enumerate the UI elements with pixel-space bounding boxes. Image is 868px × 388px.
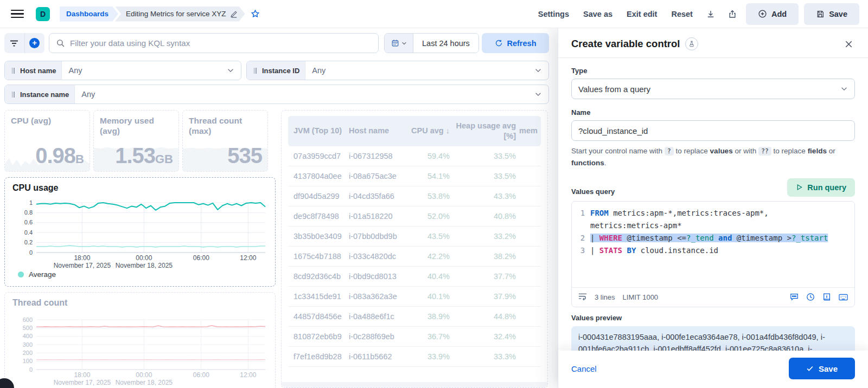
flyout-save-button[interactable]: Save bbox=[789, 358, 855, 379]
chevron-down-icon[interactable] bbox=[534, 90, 542, 98]
control-instance-id[interactable]: Instance ID Any bbox=[246, 61, 549, 80]
table-cell: 38.2% bbox=[453, 252, 516, 261]
settings-link[interactable]: Settings bbox=[534, 7, 573, 22]
values-preview-label: Values preview bbox=[571, 314, 855, 322]
panel-cpu-avg-metric[interactable]: CPU (avg) 0.98B bbox=[4, 110, 90, 172]
table-cell: 38.9% bbox=[409, 312, 450, 321]
svg-text:06:00: 06:00 bbox=[193, 254, 209, 262]
svg-text:600: 600 bbox=[23, 316, 33, 323]
exit-edit-link[interactable]: Exit edit bbox=[622, 7, 661, 22]
control-host-name[interactable]: Host name Any bbox=[4, 61, 241, 80]
add-button[interactable]: Add bbox=[746, 3, 799, 25]
table-cell: 33.9% bbox=[409, 352, 450, 361]
metric-value: 535 bbox=[227, 144, 262, 168]
table-row: de9c8f78498i-01a51822052.0%40.8% bbox=[288, 206, 541, 227]
panel-jvm-table[interactable]: JVM (Top 10) Host name CPU avg ↓ Heap us… bbox=[281, 110, 548, 388]
jvm-table-header: JVM (Top 10) Host name CPU avg ↓ Heap us… bbox=[288, 116, 541, 146]
table-cell: 810872eb6b9 bbox=[293, 332, 346, 341]
svg-text:300: 300 bbox=[23, 341, 33, 348]
line-count: 3 lines bbox=[595, 293, 615, 301]
esql-line-text: FROM metrics:apm-*,metrics:traces-apm*, … bbox=[590, 207, 835, 232]
esql-line[interactable]: 1FROM metrics:apm-*,metrics:traces-apm*,… bbox=[575, 207, 850, 232]
esql-line[interactable]: 3| STATS BY cloud.instance.id bbox=[575, 244, 850, 257]
svg-text:November 17, 2025: November 17, 2025 bbox=[54, 379, 111, 386]
download-icon[interactable] bbox=[703, 7, 719, 21]
add-filter-button[interactable]: + bbox=[24, 33, 45, 53]
table-row: 1c33415de91i-083a362a3e40.1%37.9% bbox=[288, 287, 541, 307]
column-header-jvm[interactable]: JVM (Top 10) bbox=[293, 126, 346, 136]
run-query-button[interactable]: Run query bbox=[787, 178, 855, 197]
chevron-down-icon[interactable] bbox=[227, 67, 234, 74]
type-select[interactable]: Values from a query bbox=[571, 79, 855, 99]
app-logo[interactable]: D bbox=[36, 7, 50, 21]
table-row: 1675c4b7188i-033c4820dc42.2%38.2% bbox=[288, 247, 541, 267]
column-header-mem[interactable]: mem bbox=[519, 126, 538, 136]
top-save-button[interactable]: Save bbox=[804, 3, 859, 25]
chart-title: Thread count bbox=[12, 298, 67, 308]
panel-thread-count-chart[interactable]: Thread count 010020030040050060018:00Nov… bbox=[4, 292, 276, 388]
kql-search-input[interactable] bbox=[70, 38, 372, 48]
table-cell: 54.1% bbox=[409, 172, 450, 180]
type-label: Type bbox=[571, 67, 855, 75]
control-value: Any bbox=[305, 66, 534, 75]
share-icon[interactable] bbox=[724, 7, 741, 21]
column-header-heap-usage[interactable]: Heap usage avg [%] bbox=[453, 121, 516, 141]
table-scrollbar-track[interactable] bbox=[282, 382, 547, 387]
question-mark-chip: ? bbox=[665, 147, 674, 156]
column-header-cpu-avg[interactable]: CPU avg ↓ bbox=[409, 126, 450, 136]
table-cell: 1c33415de91 bbox=[293, 292, 346, 301]
keyboard-shortcuts-icon[interactable] bbox=[839, 293, 848, 301]
name-field[interactable] bbox=[578, 126, 848, 135]
drag-handle-icon[interactable] bbox=[9, 92, 17, 98]
column-header-host-name[interactable]: Host name bbox=[349, 126, 405, 136]
query-history-clock-icon[interactable] bbox=[806, 293, 815, 301]
word-wrap-icon[interactable] bbox=[578, 293, 587, 301]
calendar-dropdown-button[interactable] bbox=[385, 34, 413, 53]
table-cell: 07a3959ccd7 bbox=[293, 152, 346, 160]
control-value: Any bbox=[62, 66, 227, 75]
limit-label: LIMIT 1000 bbox=[623, 293, 659, 301]
reset-link[interactable]: Reset bbox=[667, 7, 697, 22]
thread-count-line-chart[interactable]: 010020030040050060018:00November 17, 202… bbox=[11, 316, 271, 388]
close-icon[interactable] bbox=[843, 38, 855, 50]
reference-book-icon[interactable] bbox=[822, 293, 831, 301]
save-disk-icon bbox=[816, 10, 825, 18]
kql-search-bar[interactable] bbox=[49, 33, 379, 53]
chevron-down-icon[interactable] bbox=[534, 67, 542, 74]
feedback-comment-icon[interactable] bbox=[790, 293, 799, 301]
svg-text:18:00: 18:00 bbox=[74, 371, 90, 379]
time-range-button[interactable]: Last 24 hours bbox=[413, 34, 478, 53]
run-query-label: Run query bbox=[807, 183, 846, 192]
chart-legend[interactable]: Average bbox=[18, 270, 56, 279]
esql-line[interactable]: 2| WHERE @timestamp <=?_tend and @timest… bbox=[575, 232, 850, 244]
drag-handle-icon[interactable] bbox=[9, 68, 17, 74]
table-cell: 40.4% bbox=[409, 272, 450, 281]
svg-text:November 18, 2025: November 18, 2025 bbox=[116, 379, 173, 386]
drag-handle-icon[interactable] bbox=[251, 68, 259, 74]
panel-cpu-usage-chart[interactable]: CPU usage 00.20.40.60.8118:00November 17… bbox=[4, 177, 276, 287]
cpu-usage-line-chart[interactable]: 00.20.40.60.8118:00November 17, 202500:0… bbox=[11, 199, 271, 271]
refresh-button[interactable]: Refresh bbox=[482, 33, 549, 53]
edit-pencil-icon[interactable] bbox=[230, 10, 238, 18]
panel-thread-count-metric[interactable]: Thread count (max) 535 bbox=[182, 110, 268, 172]
esql-code-area[interactable]: 1FROM metrics:apm-*,metrics:traces-apm*,… bbox=[572, 202, 854, 287]
filter-lines-icon[interactable] bbox=[4, 33, 24, 53]
svg-text:200: 200 bbox=[23, 350, 33, 356]
favorite-star-icon[interactable] bbox=[251, 9, 260, 18]
control-instance-name[interactable]: Instance name Any bbox=[4, 85, 549, 104]
svg-text:0.6: 0.6 bbox=[24, 219, 33, 225]
breadcrumb-dashboards[interactable]: Dashboards bbox=[60, 7, 118, 22]
table-cell: 59.4% bbox=[409, 152, 450, 160]
menu-icon[interactable] bbox=[11, 8, 24, 21]
esql-editor[interactable]: 1FROM metrics:apm-*,metrics:traces-apm*,… bbox=[571, 201, 855, 307]
breadcrumb-current[interactable]: Editing Metrics for service XYZ bbox=[115, 7, 245, 22]
flyout-footer: Cancel Save bbox=[558, 351, 868, 388]
table-cell: 43.5% bbox=[409, 232, 450, 241]
name-hint: Start your control name with ? to replac… bbox=[571, 145, 855, 170]
save-as-link[interactable]: Save as bbox=[579, 7, 617, 22]
control-label: Instance name bbox=[18, 85, 74, 104]
cancel-button[interactable]: Cancel bbox=[571, 364, 597, 373]
svg-text:0: 0 bbox=[29, 366, 33, 373]
panel-memory-used-metric[interactable]: Memory used (avg) 1.53GB bbox=[93, 110, 179, 172]
table-cell: 37.7% bbox=[453, 272, 516, 281]
